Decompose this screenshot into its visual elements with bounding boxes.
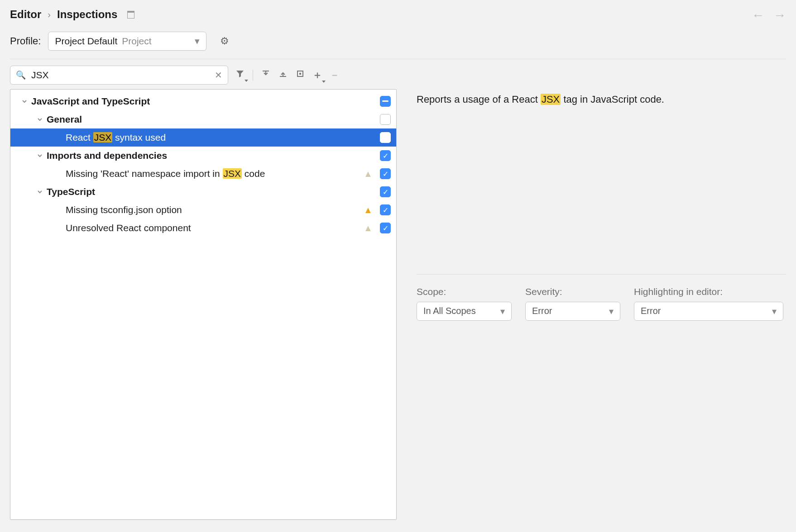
inspections-tree[interactable]: JavaScript and TypeScript General React … xyxy=(10,89,397,520)
chevron-down-icon[interactable] xyxy=(36,152,44,160)
inspection-description: Reports a usage of a React JSX tag in Ja… xyxy=(417,93,786,107)
profile-dropdown[interactable]: Project Default Project ▾ xyxy=(48,32,206,51)
forward-arrow-icon[interactable]: → xyxy=(773,8,786,23)
breadcrumb-current: Inspections xyxy=(57,8,117,21)
tree-item-checkbox[interactable]: ✓ xyxy=(380,204,391,215)
tree-item[interactable]: Unresolved React component ▲ ✓ xyxy=(10,219,396,237)
tree-item-label: Unresolved React component xyxy=(66,223,363,233)
reset-icon[interactable] xyxy=(295,69,306,81)
search-icon: 🔍 xyxy=(16,70,26,80)
chevron-down-icon[interactable] xyxy=(36,188,44,196)
tree-item-checkbox[interactable]: ✓ xyxy=(380,168,391,179)
warning-icon: ▲ xyxy=(363,169,374,179)
tree-root-checkbox[interactable] xyxy=(380,96,391,107)
chevron-down-icon[interactable] xyxy=(20,97,29,105)
chevron-right-icon: › xyxy=(48,10,51,20)
tree-root[interactable]: JavaScript and TypeScript xyxy=(10,92,396,110)
chevron-down-icon: ▾ xyxy=(609,306,614,317)
profile-value: Project Default xyxy=(55,36,117,47)
chevron-down-icon: ▾ xyxy=(500,306,505,317)
highlighting-label: Highlighting in editor: xyxy=(634,286,783,297)
tree-group-checkbox[interactable]: ✓ xyxy=(380,150,391,161)
profile-label: Profile: xyxy=(10,35,41,47)
search-input[interactable] xyxy=(30,69,210,81)
remove-icon[interactable]: － xyxy=(329,68,340,82)
severity-value: Error xyxy=(532,306,552,316)
tree-item-label: Missing tsconfig.json option xyxy=(66,204,363,215)
filter-icon[interactable] xyxy=(235,69,245,81)
separator xyxy=(253,70,253,81)
svg-rect-1 xyxy=(299,73,301,75)
chevron-down-icon: ▾ xyxy=(772,306,777,317)
profile-suffix: Project xyxy=(122,36,151,47)
breadcrumb-parent[interactable]: Editor xyxy=(10,8,41,21)
severity-label: Severity: xyxy=(525,286,620,297)
divider xyxy=(10,59,786,59)
chevron-down-icon: ▾ xyxy=(195,36,200,47)
tree-group-label: Imports and dependencies xyxy=(47,150,380,161)
tree-group[interactable]: TypeScript ✓ xyxy=(10,183,396,201)
scope-dropdown[interactable]: In All Scopes ▾ xyxy=(417,302,512,321)
tree-group[interactable]: Imports and dependencies ✓ xyxy=(10,147,396,165)
window-restore-icon[interactable] xyxy=(127,11,134,19)
tree-group-label: General xyxy=(47,114,380,125)
tree-item-label: React JSX syntax used xyxy=(66,132,363,143)
breadcrumb: Editor › Inspections xyxy=(10,8,786,21)
highlighting-value: Error xyxy=(641,306,661,316)
tree-item[interactable]: Missing tsconfig.json option ▲ ✓ xyxy=(10,201,396,219)
highlighting-dropdown[interactable]: Error ▾ xyxy=(634,302,783,321)
tree-item[interactable]: Missing 'React' namespace import in JSX … xyxy=(10,165,396,183)
chevron-down-icon[interactable] xyxy=(36,115,44,124)
divider xyxy=(417,274,786,275)
expand-all-icon[interactable] xyxy=(260,69,271,81)
back-arrow-icon[interactable]: ← xyxy=(752,8,764,23)
tree-item[interactable]: React JSX syntax used xyxy=(10,128,396,147)
tree-group[interactable]: General xyxy=(10,110,396,128)
severity-dropdown[interactable]: Error ▾ xyxy=(525,302,620,321)
warning-icon: ▲ xyxy=(363,205,374,215)
tree-group-label: TypeScript xyxy=(47,186,380,197)
gear-icon[interactable]: ⚙ xyxy=(220,35,229,47)
tree-item-checkbox[interactable] xyxy=(380,132,391,143)
tree-root-label: JavaScript and TypeScript xyxy=(31,96,380,107)
tree-item-label: Missing 'React' namespace import in JSX … xyxy=(66,168,363,179)
tree-item-checkbox[interactable]: ✓ xyxy=(380,223,391,233)
scope-label: Scope: xyxy=(417,286,512,297)
search-input-wrapper[interactable]: 🔍 ✕ xyxy=(10,66,228,85)
tree-group-checkbox[interactable] xyxy=(380,114,391,125)
warning-icon: ▲ xyxy=(363,223,374,233)
collapse-all-icon[interactable] xyxy=(278,69,288,81)
scope-value: In All Scopes xyxy=(423,306,476,316)
add-icon[interactable]: ＋ xyxy=(312,68,323,82)
tree-group-checkbox[interactable]: ✓ xyxy=(380,186,391,197)
clear-icon[interactable]: ✕ xyxy=(215,70,222,81)
